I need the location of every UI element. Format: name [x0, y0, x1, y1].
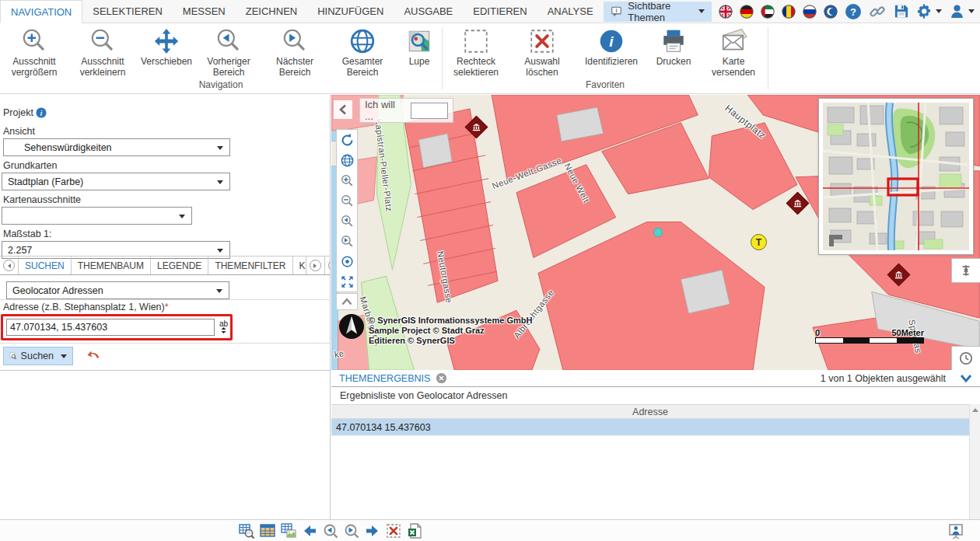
result-row-selected[interactable]: 47.070134 15.437603 [331, 419, 969, 436]
zoom-next-result-button[interactable] [341, 521, 362, 541]
museum-icon [472, 123, 481, 131]
menu-hinzufuegen[interactable]: HINZUFÜGEN [307, 0, 394, 23]
geocode-result-marker[interactable] [653, 228, 663, 237]
tab-legende[interactable]: LEGENDE [151, 257, 208, 274]
show-table-button[interactable] [257, 521, 278, 541]
flag-ae-icon[interactable] [761, 3, 775, 20]
chevron-left-icon [338, 104, 348, 115]
magnifier-tool-button[interactable]: Lupe [397, 26, 442, 79]
clear-selection-button[interactable]: Auswahl löschen [509, 26, 575, 79]
time-slider-button[interactable] [951, 346, 980, 370]
result-list-title: Ergebnisliste von Geolocator Adressen [331, 387, 980, 404]
first-result-button[interactable] [299, 521, 320, 541]
next-extent-button[interactable]: Nächster Bereich [261, 26, 328, 79]
flag-de-icon[interactable] [740, 3, 754, 20]
close-icon[interactable] [436, 372, 447, 384]
column-header-adresse[interactable]: Adresse [331, 404, 969, 419]
zoom-out-button[interactable] [337, 190, 357, 211]
button-label: Ausschnitt verkleinern [68, 56, 137, 78]
chevron-down-icon [968, 9, 975, 13]
search-type-select[interactable]: Geolocator Adressen [6, 281, 229, 299]
toolbar-collapse-button[interactable] [336, 293, 358, 310]
zoom-in-button[interactable] [337, 170, 357, 190]
museum-icon [793, 199, 802, 208]
results-scrollbar[interactable] [969, 404, 980, 519]
gear-icon[interactable] [916, 3, 942, 19]
button-label: Gesamter Bereich [328, 56, 397, 78]
zoom-in-button[interactable]: Ausschnitt vergrößern [0, 26, 68, 79]
fullscreen-button[interactable] [337, 271, 357, 291]
next-extent-button[interactable] [337, 231, 357, 251]
results-tabbar: THEMENERGEBNIS 1 von 1 Objekten ausgewäh… [331, 370, 980, 387]
address-input[interactable] [6, 319, 215, 336]
flag-uk-icon[interactable] [719, 3, 733, 20]
info-circle-icon: i [597, 27, 625, 55]
collapse-panel-button[interactable] [334, 100, 352, 119]
pan-button[interactable]: Verschieben [137, 26, 196, 79]
tab-kpi[interactable]: KPI (DIAGRA [293, 257, 306, 274]
refresh-button[interactable] [337, 130, 357, 150]
previous-extent-button[interactable]: Vorheriger Bereich [196, 26, 261, 79]
clear-result-selection-button[interactable] [383, 521, 404, 541]
i-want-to-input[interactable] [411, 103, 448, 119]
presentation-icon [947, 522, 964, 539]
last-result-button[interactable] [362, 521, 383, 541]
globe-button[interactable] [337, 150, 357, 170]
tabs-overflow-menu[interactable] [325, 257, 331, 274]
scale-select-value: 2.257 [8, 245, 32, 256]
flag-ru-icon[interactable] [803, 3, 817, 20]
visible-themes-button[interactable]: i Sichtbare Themen [604, 2, 712, 22]
identify-button[interactable]: i Identifizieren [575, 26, 648, 79]
main-menubar: NAVIGATION SELEKTIEREN MESSEN ZEICHNEN H… [0, 0, 980, 23]
overview-map[interactable] [819, 99, 973, 254]
search-button[interactable]: Suchen [3, 347, 73, 365]
ribbon-toolbar: Ausschnitt vergrößern Ausschnitt verklei… [0, 23, 980, 94]
menu-zeichnen[interactable]: ZEICHNEN [236, 0, 307, 23]
undo-icon[interactable] [86, 348, 101, 366]
link-icon[interactable] [869, 3, 886, 20]
scroll-up-icon[interactable] [972, 408, 978, 412]
zoom-out-button[interactable]: Ausschnitt verkleinern [68, 26, 137, 79]
tab-themenergebnis[interactable]: THEMENERGEBNIS [339, 373, 430, 384]
crescent-icon[interactable] [824, 3, 838, 20]
panel-collapse-chevron-icon[interactable] [960, 374, 972, 383]
tabs-scroll-right[interactable] [306, 257, 325, 274]
menu-selektieren[interactable]: SELEKTIEREN [82, 0, 173, 23]
user-icon[interactable] [949, 3, 975, 19]
autocomplete-sort-icon[interactable]: ab [219, 321, 228, 334]
tab-themenfilter[interactable]: THEMENFILTER [208, 257, 292, 274]
magnifier-forward-icon [281, 27, 309, 55]
presentation-mode-button[interactable] [945, 521, 966, 541]
full-extent-button[interactable]: Gesamter Bereich [328, 26, 397, 79]
save-icon[interactable] [893, 3, 909, 19]
magnifier-back-icon [215, 27, 243, 55]
previous-extent-button[interactable] [337, 211, 357, 231]
basemaps-select[interactable]: Stadtplan (Farbe) [2, 173, 230, 190]
extents-select[interactable] [2, 207, 192, 225]
group-label-navigation: Navigation [0, 79, 442, 93]
menu-navigation[interactable]: NAVIGATION [0, 0, 82, 23]
export-excel-button[interactable] [404, 521, 425, 541]
tabs-scroll-left[interactable] [0, 257, 19, 274]
pin-overview-button[interactable] [951, 258, 980, 283]
locate-button[interactable] [337, 251, 357, 271]
select-rectangle-button[interactable]: Rechteck selektieren [443, 26, 509, 79]
menu-editieren[interactable]: EDITIEREN [463, 0, 537, 23]
tab-themenbaum[interactable]: THEMENBAUM [72, 257, 151, 274]
menu-messen[interactable]: MESSEN [173, 0, 236, 23]
flag-ro-icon[interactable] [782, 3, 796, 20]
info-icon[interactable]: i [36, 107, 47, 118]
print-button[interactable]: Drucken [648, 26, 699, 79]
map-canvas[interactable]: Kapistran-Pieller-Platz Marburger K Neut… [331, 95, 980, 370]
view-select[interactable]: Sehenswürdigkeiten [3, 138, 230, 156]
tab-suchen[interactable]: SUCHEN [19, 257, 72, 274]
zoom-to-result-button[interactable] [236, 521, 257, 541]
tram-stop-marker[interactable]: T [751, 234, 767, 250]
menu-analyse[interactable]: ANALYSE [537, 0, 604, 23]
table-to-map-button[interactable] [278, 521, 299, 541]
help-icon[interactable]: ? [845, 3, 862, 20]
bottom-toolbar [0, 519, 980, 541]
send-map-button[interactable]: Karte versenden [699, 26, 768, 79]
zoom-previous-result-button[interactable] [320, 521, 341, 541]
menu-ausgabe[interactable]: AUSGABE [394, 0, 463, 23]
